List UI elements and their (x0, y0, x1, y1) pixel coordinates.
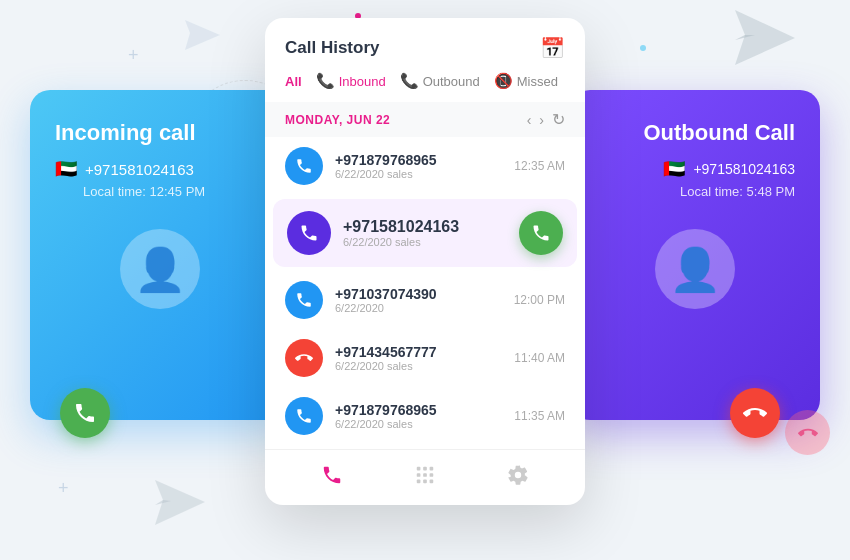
call-info-1: +971879768965 6/22/2020 sales (335, 152, 502, 180)
call-item-5[interactable]: +971879768965 6/22/2020 sales 11:35 AM (265, 387, 585, 445)
flag-right: 🇦🇪 (663, 158, 685, 180)
paper-plane-bottom-left (155, 480, 205, 525)
call-info-4: +971434567777 6/22/2020 sales (335, 344, 502, 372)
tab-outbound[interactable]: 📞 Outbound (400, 72, 480, 90)
incoming-call-title: Incoming call (55, 120, 265, 146)
incoming-phone-row: 🇦🇪 +971581024163 (55, 158, 265, 180)
call-time-1: 12:35 AM (514, 159, 565, 173)
svg-rect-12 (423, 480, 427, 484)
inbound-tab-label: Inbound (339, 74, 386, 89)
call-item-2[interactable]: +971581024163 6/22/2020 sales (273, 199, 577, 267)
date-nav: ‹ › ↻ (527, 110, 565, 129)
call-item-3[interactable]: +971037074390 6/22/2020 12:00 PM (265, 271, 585, 329)
faded-end-btn (785, 410, 830, 455)
call-meta-4: 6/22/2020 sales (335, 360, 502, 372)
call-avatar-1 (285, 147, 323, 185)
modal-header: Call History 📅 (265, 18, 585, 72)
incoming-local-time: Local time: 12:45 PM (83, 184, 265, 199)
answer-call-btn[interactable] (519, 211, 563, 255)
prev-date-btn[interactable]: ‹ (527, 112, 532, 128)
modal-footer (265, 449, 585, 505)
paper-plane-mid-left (185, 20, 220, 50)
footer-phone-icon[interactable] (321, 464, 343, 491)
call-time-5: 11:35 AM (514, 409, 565, 423)
person-icon-right: 👤 (669, 245, 721, 294)
call-number-5: +971879768965 (335, 402, 502, 418)
svg-rect-11 (417, 480, 421, 484)
green-answer-btn-left[interactable] (60, 388, 110, 438)
call-item-4[interactable]: +971434567777 6/22/2020 sales 11:40 AM (265, 329, 585, 387)
bg-plus-3: + (58, 478, 69, 499)
outbound-tab-label: Outbound (423, 74, 480, 89)
call-item-1[interactable]: +971879768965 6/22/2020 sales 12:35 AM (265, 137, 585, 195)
flag-left: 🇦🇪 (55, 158, 77, 180)
person-icon-left: 👤 (134, 245, 186, 294)
outbound-phone-row: 🇦🇪 +971581024163 (595, 158, 795, 180)
outbound-call-title: Outbound Call (595, 120, 795, 146)
svg-rect-9 (423, 473, 427, 477)
footer-grid-icon[interactable] (414, 464, 436, 491)
footer-settings-icon[interactable] (507, 464, 529, 491)
missed-tab-icon: 📵 (494, 72, 513, 90)
svg-rect-7 (430, 467, 434, 471)
call-meta-1: 6/22/2020 sales (335, 168, 502, 180)
outbound-call-card: Outbound Call 🇦🇪 +971581024163 Local tim… (570, 90, 820, 420)
call-number-2: +971581024163 (343, 218, 507, 236)
calendar-icon[interactable]: 📅 (540, 36, 565, 60)
outbound-local-time: Local time: 5:48 PM (595, 184, 795, 199)
call-info-3: +971037074390 6/22/2020 (335, 286, 502, 314)
next-date-btn[interactable]: › (539, 112, 544, 128)
call-meta-3: 6/22/2020 (335, 302, 502, 314)
outbound-phone-number: +971581024163 (693, 161, 795, 177)
missed-tab-label: Missed (517, 74, 558, 89)
call-list: +971879768965 6/22/2020 sales 12:35 AM +… (265, 137, 585, 445)
filter-tabs-row: All 📞 Inbound 📞 Outbound 📵 Missed (265, 72, 585, 102)
call-meta-5: 6/22/2020 sales (335, 418, 502, 430)
svg-rect-6 (423, 467, 427, 471)
call-info-2: +971581024163 6/22/2020 sales (343, 218, 507, 248)
blue-dot (640, 45, 646, 51)
call-avatar-5 (285, 397, 323, 435)
date-row: MONDAY, JUN 22 ‹ › ↻ (265, 102, 585, 137)
svg-marker-4 (185, 20, 220, 50)
incoming-avatar: 👤 (120, 229, 200, 309)
outbound-avatar: 👤 (655, 229, 735, 309)
call-time-4: 11:40 AM (514, 351, 565, 365)
call-info-5: +971879768965 6/22/2020 sales (335, 402, 502, 430)
red-end-btn-right[interactable] (730, 388, 780, 438)
call-time-3: 12:00 PM (514, 293, 565, 307)
refresh-icon[interactable]: ↻ (552, 110, 565, 129)
call-number-3: +971037074390 (335, 286, 502, 302)
call-avatar-2 (287, 211, 331, 255)
svg-rect-5 (417, 467, 421, 471)
call-history-modal: Call History 📅 All 📞 Inbound 📞 Outbound … (265, 18, 585, 505)
tab-inbound[interactable]: 📞 Inbound (316, 72, 386, 90)
bg-plus-1: + (128, 45, 139, 66)
incoming-call-card: Incoming call 🇦🇪 +971581024163 Local tim… (30, 90, 290, 420)
tab-missed[interactable]: 📵 Missed (494, 72, 558, 90)
call-avatar-3 (285, 281, 323, 319)
call-number-1: +971879768965 (335, 152, 502, 168)
outbound-tab-icon: 📞 (400, 72, 419, 90)
inbound-tab-icon: 📞 (316, 72, 335, 90)
call-avatar-4 (285, 339, 323, 377)
paper-plane-top-right (735, 10, 795, 65)
svg-rect-8 (417, 473, 421, 477)
date-label: MONDAY, JUN 22 (285, 113, 390, 127)
modal-title: Call History (285, 38, 379, 58)
call-meta-2: 6/22/2020 sales (343, 236, 507, 248)
incoming-phone-number: +971581024163 (85, 161, 194, 178)
tab-all[interactable]: All (285, 74, 302, 89)
call-number-4: +971434567777 (335, 344, 502, 360)
svg-rect-13 (430, 480, 434, 484)
svg-rect-10 (430, 473, 434, 477)
